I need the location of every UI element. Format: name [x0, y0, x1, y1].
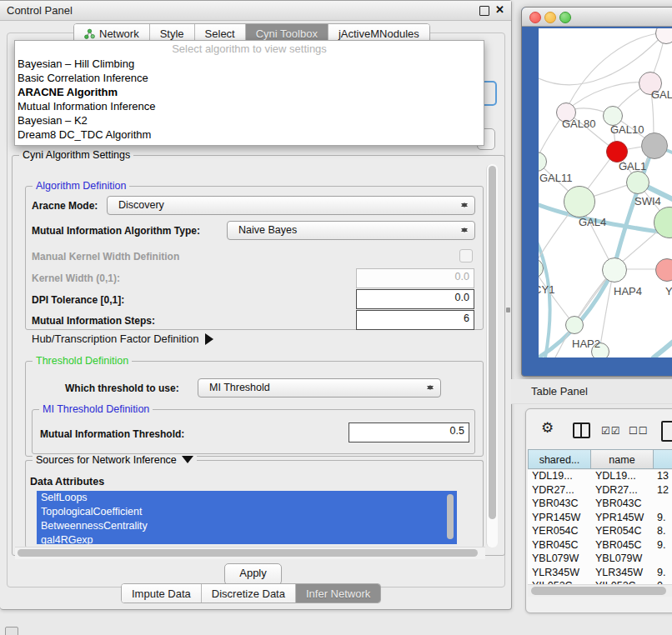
cell-name: YER054C [591, 525, 654, 539]
data-attributes-list: SelfLoops TopologicalCoefficient Between… [37, 491, 457, 544]
list-item-betweennesscentrality[interactable]: BetweennessCentrality [37, 519, 457, 533]
node-gal1-green[interactable] [626, 171, 649, 194]
cell-value [654, 498, 672, 512]
gear-icon[interactable]: ⚙ [541, 419, 554, 437]
column-header-partial[interactable] [654, 449, 672, 469]
list-item-gal4rgexp[interactable]: gal4RGexp [37, 533, 457, 544]
cell-value: 9. [654, 512, 672, 526]
hub-definition-toggle[interactable]: Hub/Transcription Factor Definition [32, 332, 219, 345]
control-panel-window: Control Panel ✕ Network Style Select Cyn… [0, 0, 512, 610]
network-window-titlebar[interactable] [522, 8, 672, 27]
tab-impute-data-label: Impute Data [132, 588, 191, 600]
window-minimize-icon[interactable] [544, 12, 556, 23]
node-gal4[interactable] [564, 186, 595, 218]
table-row[interactable]: YLR345WYLR345W9. [528, 567, 672, 581]
attributes-list-scrollbar[interactable] [447, 494, 454, 539]
manual-kernel-label: Manual Kernel Width Definition [32, 251, 179, 262]
new-table-icon[interactable] [661, 421, 672, 442]
which-threshold-value: MI Threshold [209, 382, 270, 393]
split-columns-icon[interactable] [573, 422, 590, 438]
popup-item-dream8[interactable]: Dream8 DC_TDC Algorithm [15, 128, 484, 142]
mi-type-label: Mutual Information Algorithm Type: [32, 225, 200, 237]
aracne-mode-combo[interactable]: Discovery [107, 196, 475, 215]
tab-style-label: Style [160, 28, 184, 40]
collapsed-panel-icon[interactable] [5, 627, 18, 635]
node-salmon[interactable] [655, 258, 672, 282]
node-hap4[interactable] [602, 258, 627, 282]
select-all-checkboxes-icon[interactable]: ☑☑ [601, 425, 621, 437]
popup-item-aracne[interactable]: ARACNE Algorithm [15, 85, 484, 99]
node-label-y-partial: Y [665, 285, 672, 298]
node-label-gal10: GAL10 [610, 123, 644, 136]
cell-name: YDL19... [591, 470, 654, 484]
mi-threshold-definition-title: MI Threshold Definition [39, 403, 153, 415]
cell-value: 8. [654, 525, 672, 539]
cell-value: 13 [654, 470, 672, 484]
tab-infer-network[interactable]: Infer Network [296, 584, 380, 602]
float-window-icon[interactable] [479, 6, 489, 16]
cell-name: YBR045C [591, 539, 654, 553]
network-canvas[interactable]: GAL GAL80 GAL10 GAL1 GAL11 SWI4 GAL4 GCY… [539, 28, 672, 358]
table-horizontal-scrollbar-track[interactable] [528, 584, 672, 597]
mi-steps-input[interactable]: 6 [356, 310, 474, 330]
table-row[interactable]: YPR145WYPR145W9. [528, 512, 672, 526]
popup-item-basic-correlation[interactable]: Basic Correlation Inference [15, 71, 484, 85]
settings-horizontal-scrollbar-track[interactable] [15, 547, 485, 559]
network-tab-icon [84, 28, 95, 39]
sources-group-title[interactable]: Sources for Network Inference [33, 454, 197, 469]
application-screen: Control Panel ✕ Network Style Select Cyn… [0, 0, 672, 635]
table-row[interactable]: YER054CYER054C8. [528, 525, 672, 539]
close-icon[interactable]: ✕ [495, 3, 504, 16]
combo-stepper-icon [460, 199, 468, 211]
deselect-checkboxes-icon[interactable]: ☐☐ [629, 425, 649, 437]
tab-impute-data[interactable]: Impute Data [122, 584, 202, 602]
settings-vertical-scrollbar-track[interactable] [486, 164, 498, 548]
cell-shared: YDR27... [528, 484, 591, 498]
panel-splitter-handle[interactable] [506, 308, 510, 312]
tab-select-label: Select [205, 28, 235, 40]
which-threshold-combo[interactable]: MI Threshold [198, 378, 441, 398]
node-gray[interactable] [641, 132, 668, 159]
tab-discretize-data[interactable]: Discretize Data [202, 584, 296, 602]
mi-threshold-input[interactable]: 0.5 [349, 422, 469, 442]
apply-button[interactable]: Apply [224, 563, 282, 585]
aracne-mode-value: Discovery [118, 199, 164, 211]
cell-shared: YBR045C [528, 539, 591, 553]
control-panel-titlebar[interactable]: Control Panel ✕ [0, 1, 511, 21]
list-item-selfloops[interactable]: SelfLoops [37, 491, 457, 505]
node-label-hap2: HAP2 [572, 338, 600, 350]
window-zoom-icon[interactable] [559, 12, 571, 23]
table-row[interactable]: YDR27...YDR27...12 [528, 484, 672, 498]
settings-vertical-scrollbar-thumb[interactable] [489, 166, 496, 519]
control-panel-title: Control Panel [7, 4, 73, 17]
table-row[interactable]: YBL079WYBL079W [528, 552, 672, 567]
column-header-name[interactable]: name [591, 449, 654, 469]
cell-shared: YLR345W [528, 567, 591, 581]
column-header-shared[interactable]: shared... [528, 449, 591, 469]
settings-horizontal-scrollbar-thumb[interactable] [18, 549, 478, 557]
table-row[interactable]: YDL19...YDL19...13 [528, 470, 672, 484]
dpi-tolerance-input[interactable]: 0.0 [356, 289, 474, 309]
popup-item-bayesian-hill-climbing[interactable]: Bayesian – Hill Climbing [15, 57, 484, 71]
window-close-icon[interactable] [529, 12, 541, 23]
table-horizontal-scrollbar-thumb[interactable] [531, 587, 666, 595]
table-panel-header: Table Panel [511, 379, 672, 404]
popup-item-bayesian-k2[interactable]: Bayesian – K2 [15, 113, 484, 128]
popup-item-mutual-information[interactable]: Mutual Information Inference [15, 99, 484, 113]
cell-name: YDR27... [591, 484, 654, 498]
data-attributes-label: Data Attributes [30, 476, 104, 488]
manual-kernel-checkbox[interactable] [459, 249, 473, 262]
table-header-row: shared... name [528, 449, 672, 469]
kernel-width-input[interactable]: 0.0 [356, 268, 474, 288]
table-row[interactable]: YBR043CYBR043C [528, 498, 672, 512]
node-hap2[interactable] [565, 316, 584, 334]
tab-jactivemnodules-label: jActiveMNodules [339, 28, 419, 40]
tab-infer-network-label: Infer Network [306, 588, 370, 600]
mi-type-combo[interactable]: Naive Bayes [227, 221, 475, 240]
list-item-topologicalcoefficient[interactable]: TopologicalCoefficient [37, 505, 457, 519]
cell-value: 12 [654, 484, 672, 498]
table-row[interactable]: YBR045CYBR045C9. [528, 539, 672, 553]
aracne-mode-label: Aracne Mode: [32, 200, 98, 212]
tab-discretize-data-label: Discretize Data [212, 588, 285, 600]
cell-value: 9. [654, 567, 672, 581]
